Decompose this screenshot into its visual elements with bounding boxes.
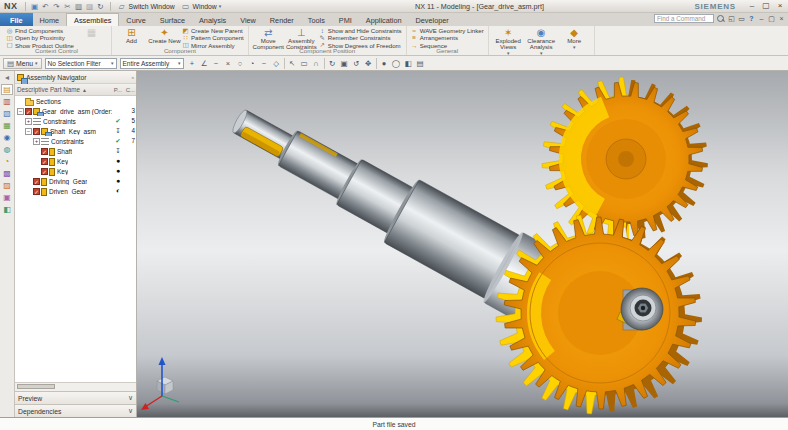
cut-icon[interactable]: ✂: [63, 1, 73, 11]
fullscreen-icon[interactable]: ◱: [727, 15, 736, 23]
visibility-checkbox[interactable]: ✓: [33, 178, 40, 185]
tab-curve[interactable]: Curve: [119, 13, 152, 26]
process-studio-tab[interactable]: ▩: [1, 168, 13, 179]
rect-select-icon[interactable]: ▭: [299, 58, 310, 69]
tab-view[interactable]: View: [233, 13, 263, 26]
shaded-view-icon[interactable]: ●: [379, 58, 390, 69]
expander-icon[interactable]: −: [25, 128, 32, 135]
switch-window-button[interactable]: ▱ Switch Window: [115, 1, 177, 11]
visibility-checkbox[interactable]: ✓: [41, 168, 48, 175]
navigator-column-header[interactable]: Descriptive Part Name ▲ P... C...: [15, 84, 136, 96]
point-on-face-snap-icon[interactable]: ◇: [271, 58, 282, 69]
expander-icon[interactable]: +: [25, 118, 32, 125]
wireframe-view-icon[interactable]: ◯: [391, 58, 402, 69]
refresh-view-icon[interactable]: ↻: [327, 58, 338, 69]
snap-point-icon[interactable]: +: [187, 58, 198, 69]
create-new-parent-button[interactable]: ◩Create New Parent: [181, 27, 245, 34]
undo-icon[interactable]: ↶: [41, 1, 51, 11]
gear-assembly-scene[interactable]: [137, 71, 788, 418]
copy-icon[interactable]: ▥: [74, 1, 84, 11]
more-button[interactable]: ◆More▾: [558, 27, 591, 50]
column-descriptive-part-name[interactable]: Descriptive Part Name: [17, 86, 80, 93]
tree-row-constraints[interactable]: +Constraints✔5: [15, 116, 136, 126]
exploded-views-button[interactable]: ✶Exploded Views▾: [492, 27, 525, 57]
minimize-icon[interactable]: –: [747, 1, 757, 10]
select-arrow-icon[interactable]: ↖: [287, 58, 298, 69]
tree-row-key[interactable]: ✓Key●: [15, 166, 136, 176]
close-icon[interactable]: ×: [775, 1, 785, 10]
reset-layout-icon[interactable]: ▭: [737, 15, 746, 23]
help-icon[interactable]: ?: [747, 15, 756, 23]
tab-assemblies[interactable]: Assemblies: [66, 13, 119, 26]
minimize-doc-icon[interactable]: –: [757, 15, 766, 23]
scrollbar-thumb[interactable]: [17, 384, 55, 389]
redo-icon[interactable]: ↷: [52, 1, 62, 11]
web-browser-tab[interactable]: ◍: [1, 144, 13, 155]
intersection-snap-icon[interactable]: ×: [223, 58, 234, 69]
midpoint-snap-icon[interactable]: −: [211, 58, 222, 69]
quadrant-snap-icon[interactable]: ◔: [247, 58, 258, 69]
roles-tab[interactable]: ▣: [1, 192, 13, 203]
tab-surface[interactable]: Surface: [153, 13, 192, 26]
restore-doc-icon[interactable]: ▢: [767, 15, 776, 23]
tree-row-constraints[interactable]: +Constraints✔7: [15, 136, 136, 146]
collapse-panel-tab[interactable]: ◂: [1, 72, 13, 83]
endpoint-snap-icon[interactable]: ∠: [199, 58, 210, 69]
arrangements-button[interactable]: ≡Arrangements: [410, 34, 485, 41]
window-menu-button[interactable]: ▭ Window ▾: [179, 1, 224, 11]
point-on-curve-snap-icon[interactable]: ~: [259, 58, 270, 69]
fit-view-icon[interactable]: ▣: [339, 58, 350, 69]
selection-filter-dropdown[interactable]: No Selection Filter ▾: [45, 58, 117, 69]
visibility-checkbox[interactable]: ✓: [33, 128, 40, 135]
add-button[interactable]: ⊞Add: [115, 27, 148, 44]
reuse-library-tab[interactable]: ▦: [1, 120, 13, 131]
panel-options-icon[interactable]: ▫: [132, 74, 134, 81]
close-doc-icon[interactable]: ×: [777, 15, 786, 23]
tree-row-gear-drive-asm-order-chro-[interactable]: −✓Gear_drive_asm (Order: Chro...3: [15, 106, 136, 116]
column-count[interactable]: C...: [126, 87, 135, 93]
tab-home[interactable]: Home: [33, 13, 66, 26]
section-dependencies[interactable]: Dependencies∨: [15, 404, 136, 417]
tab-render[interactable]: Render: [263, 13, 301, 26]
lasso-select-icon[interactable]: ∩: [311, 58, 322, 69]
selection-scope-dropdown[interactable]: Entire Assembly ▾: [120, 58, 184, 69]
menu-button[interactable]: ▤ Menu ▾: [3, 58, 42, 69]
paste-icon[interactable]: ▨: [85, 1, 95, 11]
wave-geometry-linker-button[interactable]: ≈WAVE Geometry Linker: [410, 27, 485, 34]
graphics-viewport[interactable]: [137, 71, 788, 417]
find-command-input[interactable]: [654, 14, 714, 23]
visibility-checkbox[interactable]: ✓: [33, 188, 40, 195]
visibility-checkbox[interactable]: ✓: [41, 158, 48, 165]
tree-row-driving-gear[interactable]: ✓Driving_Gear●: [15, 176, 136, 186]
show-and-hide-constraints-button[interactable]: ↕Show and Hide Constraints: [318, 27, 403, 34]
remember-constraints-button[interactable]: ✎Remember Constraints: [318, 34, 403, 41]
save-icon[interactable]: ▣: [30, 1, 40, 11]
hd3d-tool-tab[interactable]: ◉: [1, 132, 13, 143]
tab-analysis[interactable]: Analysis: [192, 13, 233, 26]
clearance-analysis-button[interactable]: ◉Clearance Analysis▾: [525, 27, 558, 57]
column-position[interactable]: P...: [114, 87, 122, 93]
visibility-checkbox[interactable]: ✓: [25, 108, 32, 115]
tab-file[interactable]: File: [0, 13, 33, 26]
center-snap-icon[interactable]: ○: [235, 58, 246, 69]
rotate-view-icon[interactable]: ↺: [351, 58, 362, 69]
tab-application[interactable]: Application: [359, 13, 409, 26]
tree-row-shaft[interactable]: ✓Shaft↧: [15, 146, 136, 156]
tree-row-driven-gear[interactable]: ✓Driven_Gear◐: [15, 186, 136, 196]
expander-icon[interactable]: +: [33, 138, 40, 145]
maximize-icon[interactable]: ▢: [761, 1, 771, 10]
tree-row-sections[interactable]: Sections: [15, 96, 136, 106]
expander-icon[interactable]: −: [17, 108, 24, 115]
open-by-proximity-button[interactable]: ◫Open by Proximity: [5, 34, 75, 41]
tree-row-key[interactable]: ✓Key●: [15, 156, 136, 166]
manufacturing-wizard-tab[interactable]: ▨: [1, 180, 13, 191]
part-navigator-tab[interactable]: ▧: [1, 108, 13, 119]
constraint-navigator-tab[interactable]: ▥: [1, 96, 13, 107]
pan-view-icon[interactable]: ✥: [363, 58, 374, 69]
section-view-icon[interactable]: ◧: [403, 58, 414, 69]
visibility-checkbox[interactable]: ✓: [41, 148, 48, 155]
pattern-component-button[interactable]: ∷Pattern Component: [181, 34, 245, 41]
section-preview[interactable]: Preview∨: [15, 391, 136, 404]
tab-developer[interactable]: Developer: [409, 13, 456, 26]
tree-row-shaft-key-asm[interactable]: −✓Shaft_Key_asm↧4: [15, 126, 136, 136]
